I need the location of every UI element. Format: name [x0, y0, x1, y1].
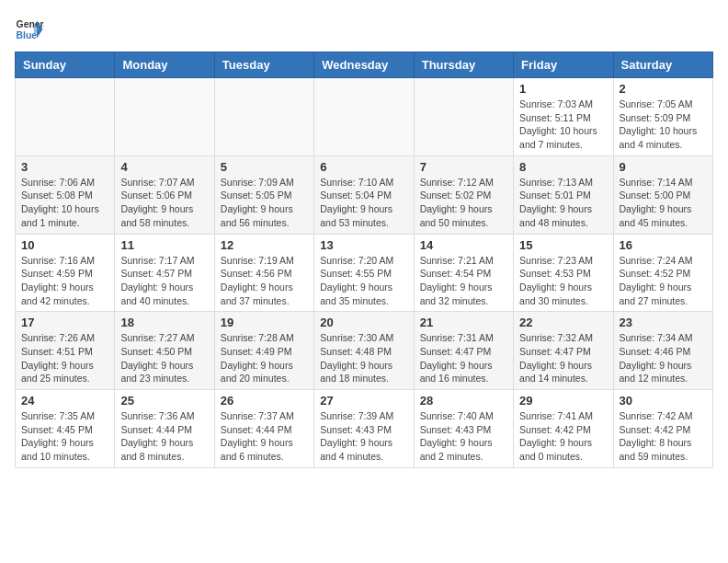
calendar-cell: 1Sunrise: 7:03 AM Sunset: 5:11 PM Daylig… — [514, 78, 613, 156]
day-header-monday: Monday — [115, 52, 214, 78]
logo-icon: General Blue — [15, 15, 44, 44]
calendar-cell: 9Sunrise: 7:14 AM Sunset: 5:00 PM Daylig… — [613, 155, 712, 234]
day-info: Sunrise: 7:36 AM Sunset: 4:44 PM Dayligh… — [120, 409, 208, 464]
day-number: 13 — [320, 238, 407, 252]
day-number: 14 — [420, 238, 507, 252]
calendar-cell: 20Sunrise: 7:30 AM Sunset: 4:48 PM Dayli… — [314, 312, 414, 390]
calendar-cell: 23Sunrise: 7:34 AM Sunset: 4:46 PM Dayli… — [613, 312, 712, 390]
day-info: Sunrise: 7:09 AM Sunset: 5:05 PM Dayligh… — [221, 176, 308, 230]
day-number: 27 — [320, 394, 407, 408]
calendar-week-4: 17Sunrise: 7:26 AM Sunset: 4:51 PM Dayli… — [16, 312, 713, 390]
calendar-cell: 24Sunrise: 7:35 AM Sunset: 4:45 PM Dayli… — [16, 390, 115, 468]
calendar-cell: 14Sunrise: 7:21 AM Sunset: 4:54 PM Dayli… — [414, 234, 513, 312]
day-number: 12 — [221, 238, 308, 252]
day-number: 30 — [620, 394, 707, 408]
day-info: Sunrise: 7:06 AM Sunset: 5:08 PM Dayligh… — [21, 176, 108, 230]
calendar-cell: 4Sunrise: 7:07 AM Sunset: 5:06 PM Daylig… — [115, 155, 214, 234]
day-header-friday: Friday — [514, 52, 613, 78]
calendar-cell: 8Sunrise: 7:13 AM Sunset: 5:01 PM Daylig… — [514, 155, 613, 234]
day-info: Sunrise: 7:40 AM Sunset: 4:43 PM Dayligh… — [420, 409, 507, 464]
calendar-cell: 3Sunrise: 7:06 AM Sunset: 5:08 PM Daylig… — [16, 155, 115, 234]
day-info: Sunrise: 7:19 AM Sunset: 4:56 PM Dayligh… — [221, 254, 308, 308]
day-number: 21 — [420, 316, 507, 329]
day-header-tuesday: Tuesday — [214, 52, 313, 78]
day-number: 3 — [21, 160, 108, 174]
day-number: 22 — [519, 316, 607, 329]
day-number: 2 — [620, 82, 707, 96]
day-info: Sunrise: 7:32 AM Sunset: 4:47 PM Dayligh… — [519, 331, 607, 385]
day-number: 1 — [519, 82, 607, 96]
calendar-cell: 22Sunrise: 7:32 AM Sunset: 4:47 PM Dayli… — [514, 312, 613, 390]
logo: General Blue — [15, 15, 48, 44]
day-header-wednesday: Wednesday — [314, 52, 414, 78]
day-number: 10 — [21, 238, 108, 252]
day-info: Sunrise: 7:05 AM Sunset: 5:09 PM Dayligh… — [620, 98, 707, 152]
calendar-header-row: SundayMondayTuesdayWednesdayThursdayFrid… — [16, 52, 713, 78]
day-info: Sunrise: 7:28 AM Sunset: 4:49 PM Dayligh… — [221, 331, 308, 385]
calendar-cell: 27Sunrise: 7:39 AM Sunset: 4:43 PM Dayli… — [314, 390, 414, 468]
day-number: 28 — [420, 394, 507, 408]
day-number: 25 — [120, 394, 208, 408]
day-info: Sunrise: 7:03 AM Sunset: 5:11 PM Dayligh… — [519, 98, 607, 152]
day-number: 11 — [120, 238, 208, 252]
day-info: Sunrise: 7:07 AM Sunset: 5:06 PM Dayligh… — [120, 176, 208, 230]
calendar-cell — [16, 78, 115, 156]
day-info: Sunrise: 7:41 AM Sunset: 4:42 PM Dayligh… — [519, 409, 607, 464]
day-number: 9 — [620, 160, 707, 174]
day-number: 29 — [519, 394, 607, 408]
calendar-cell — [115, 78, 214, 156]
calendar-cell: 18Sunrise: 7:27 AM Sunset: 4:50 PM Dayli… — [115, 312, 214, 390]
day-info: Sunrise: 7:13 AM Sunset: 5:01 PM Dayligh… — [519, 176, 607, 230]
day-number: 19 — [221, 316, 308, 329]
day-number: 4 — [120, 160, 208, 174]
day-number: 18 — [120, 316, 208, 329]
calendar-cell: 5Sunrise: 7:09 AM Sunset: 5:05 PM Daylig… — [214, 155, 313, 234]
day-header-sunday: Sunday — [16, 52, 115, 78]
calendar-week-1: 1Sunrise: 7:03 AM Sunset: 5:11 PM Daylig… — [16, 78, 713, 156]
day-info: Sunrise: 7:17 AM Sunset: 4:57 PM Dayligh… — [120, 254, 208, 308]
calendar-cell: 30Sunrise: 7:42 AM Sunset: 4:42 PM Dayli… — [613, 390, 712, 468]
day-info: Sunrise: 7:37 AM Sunset: 4:44 PM Dayligh… — [221, 409, 308, 464]
day-number: 5 — [221, 160, 308, 174]
calendar-week-3: 10Sunrise: 7:16 AM Sunset: 4:59 PM Dayli… — [16, 234, 713, 312]
calendar-cell: 12Sunrise: 7:19 AM Sunset: 4:56 PM Dayli… — [214, 234, 313, 312]
day-info: Sunrise: 7:35 AM Sunset: 4:45 PM Dayligh… — [21, 409, 108, 464]
day-info: Sunrise: 7:26 AM Sunset: 4:51 PM Dayligh… — [21, 331, 108, 385]
calendar-cell: 25Sunrise: 7:36 AM Sunset: 4:44 PM Dayli… — [115, 390, 214, 468]
day-info: Sunrise: 7:16 AM Sunset: 4:59 PM Dayligh… — [21, 254, 108, 308]
day-info: Sunrise: 7:20 AM Sunset: 4:55 PM Dayligh… — [320, 254, 407, 308]
calendar-cell — [314, 78, 414, 156]
day-info: Sunrise: 7:21 AM Sunset: 4:54 PM Dayligh… — [420, 254, 507, 308]
day-info: Sunrise: 7:10 AM Sunset: 5:04 PM Dayligh… — [320, 176, 407, 230]
calendar-week-2: 3Sunrise: 7:06 AM Sunset: 5:08 PM Daylig… — [16, 155, 713, 234]
calendar: SundayMondayTuesdayWednesdayThursdayFrid… — [15, 52, 713, 468]
day-header-saturday: Saturday — [613, 52, 712, 78]
calendar-cell: 2Sunrise: 7:05 AM Sunset: 5:09 PM Daylig… — [613, 78, 712, 156]
calendar-cell: 29Sunrise: 7:41 AM Sunset: 4:42 PM Dayli… — [514, 390, 613, 468]
calendar-cell: 17Sunrise: 7:26 AM Sunset: 4:51 PM Dayli… — [16, 312, 115, 390]
day-info: Sunrise: 7:30 AM Sunset: 4:48 PM Dayligh… — [320, 331, 407, 385]
day-info: Sunrise: 7:31 AM Sunset: 4:47 PM Dayligh… — [420, 331, 507, 385]
calendar-cell: 26Sunrise: 7:37 AM Sunset: 4:44 PM Dayli… — [214, 390, 313, 468]
day-number: 6 — [320, 160, 407, 174]
day-header-thursday: Thursday — [414, 52, 513, 78]
day-number: 20 — [320, 316, 407, 329]
day-number: 26 — [221, 394, 308, 408]
calendar-cell — [214, 78, 313, 156]
day-number: 15 — [519, 238, 607, 252]
calendar-cell: 21Sunrise: 7:31 AM Sunset: 4:47 PM Dayli… — [414, 312, 513, 390]
day-info: Sunrise: 7:42 AM Sunset: 4:42 PM Dayligh… — [620, 409, 707, 464]
calendar-cell: 15Sunrise: 7:23 AM Sunset: 4:53 PM Dayli… — [514, 234, 613, 312]
calendar-cell: 7Sunrise: 7:12 AM Sunset: 5:02 PM Daylig… — [414, 155, 513, 234]
calendar-cell: 6Sunrise: 7:10 AM Sunset: 5:04 PM Daylig… — [314, 155, 414, 234]
day-number: 24 — [21, 394, 108, 408]
calendar-cell: 28Sunrise: 7:40 AM Sunset: 4:43 PM Dayli… — [414, 390, 513, 468]
day-number: 7 — [420, 160, 507, 174]
header: General Blue — [15, 15, 713, 44]
calendar-cell: 16Sunrise: 7:24 AM Sunset: 4:52 PM Dayli… — [613, 234, 712, 312]
day-info: Sunrise: 7:27 AM Sunset: 4:50 PM Dayligh… — [120, 331, 208, 385]
day-info: Sunrise: 7:24 AM Sunset: 4:52 PM Dayligh… — [620, 254, 707, 308]
day-number: 16 — [620, 238, 707, 252]
calendar-cell: 10Sunrise: 7:16 AM Sunset: 4:59 PM Dayli… — [16, 234, 115, 312]
day-info: Sunrise: 7:34 AM Sunset: 4:46 PM Dayligh… — [620, 331, 707, 385]
